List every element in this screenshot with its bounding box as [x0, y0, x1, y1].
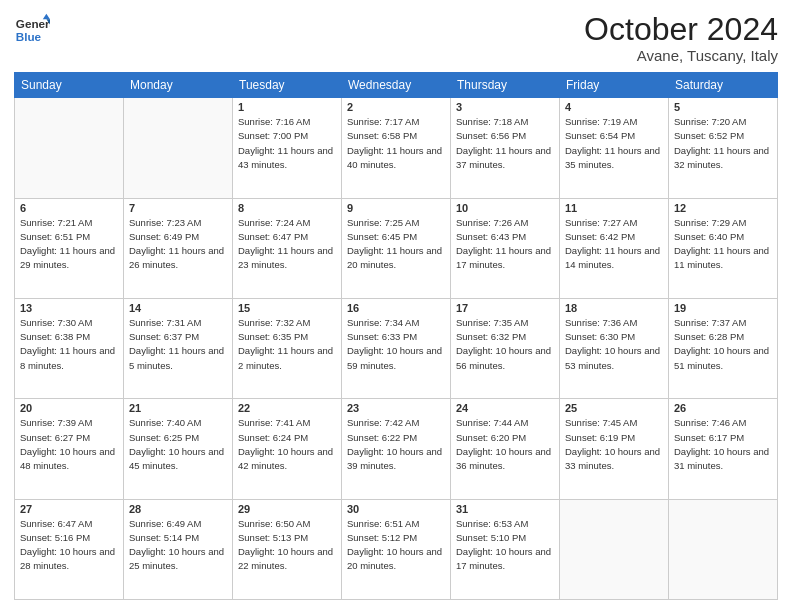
day-info: Sunrise: 7:30 AMSunset: 6:38 PMDaylight:…: [20, 316, 118, 373]
day-info: Sunrise: 7:16 AMSunset: 7:00 PMDaylight:…: [238, 115, 336, 172]
header-thursday: Thursday: [451, 73, 560, 98]
header: General Blue October 2024 Avane, Tuscany…: [14, 12, 778, 64]
svg-text:Blue: Blue: [16, 30, 42, 43]
calendar-cell: 27Sunrise: 6:47 AMSunset: 5:16 PMDayligh…: [15, 499, 124, 599]
calendar-cell: [669, 499, 778, 599]
day-info: Sunrise: 7:42 AMSunset: 6:22 PMDaylight:…: [347, 416, 445, 473]
day-number: 26: [674, 402, 772, 414]
weekday-header-row: Sunday Monday Tuesday Wednesday Thursday…: [15, 73, 778, 98]
day-info: Sunrise: 7:34 AMSunset: 6:33 PMDaylight:…: [347, 316, 445, 373]
day-number: 16: [347, 302, 445, 314]
day-info: Sunrise: 7:46 AMSunset: 6:17 PMDaylight:…: [674, 416, 772, 473]
calendar-cell: 30Sunrise: 6:51 AMSunset: 5:12 PMDayligh…: [342, 499, 451, 599]
day-info: Sunrise: 7:23 AMSunset: 6:49 PMDaylight:…: [129, 216, 227, 273]
day-info: Sunrise: 7:36 AMSunset: 6:30 PMDaylight:…: [565, 316, 663, 373]
calendar-cell: 5Sunrise: 7:20 AMSunset: 6:52 PMDaylight…: [669, 98, 778, 198]
calendar-cell: 9Sunrise: 7:25 AMSunset: 6:45 PMDaylight…: [342, 198, 451, 298]
day-number: 21: [129, 402, 227, 414]
day-info: Sunrise: 7:17 AMSunset: 6:58 PMDaylight:…: [347, 115, 445, 172]
day-number: 18: [565, 302, 663, 314]
calendar-cell: [560, 499, 669, 599]
day-info: Sunrise: 7:44 AMSunset: 6:20 PMDaylight:…: [456, 416, 554, 473]
day-info: Sunrise: 7:37 AMSunset: 6:28 PMDaylight:…: [674, 316, 772, 373]
calendar-cell: 26Sunrise: 7:46 AMSunset: 6:17 PMDayligh…: [669, 399, 778, 499]
day-info: Sunrise: 7:41 AMSunset: 6:24 PMDaylight:…: [238, 416, 336, 473]
day-info: Sunrise: 7:31 AMSunset: 6:37 PMDaylight:…: [129, 316, 227, 373]
week-row-4: 20Sunrise: 7:39 AMSunset: 6:27 PMDayligh…: [15, 399, 778, 499]
day-number: 31: [456, 503, 554, 515]
day-number: 15: [238, 302, 336, 314]
day-info: Sunrise: 7:24 AMSunset: 6:47 PMDaylight:…: [238, 216, 336, 273]
header-monday: Monday: [124, 73, 233, 98]
day-number: 25: [565, 402, 663, 414]
page: General Blue October 2024 Avane, Tuscany…: [0, 0, 792, 612]
calendar-cell: 14Sunrise: 7:31 AMSunset: 6:37 PMDayligh…: [124, 298, 233, 398]
day-number: 3: [456, 101, 554, 113]
day-number: 5: [674, 101, 772, 113]
day-number: 6: [20, 202, 118, 214]
day-info: Sunrise: 7:20 AMSunset: 6:52 PMDaylight:…: [674, 115, 772, 172]
week-row-3: 13Sunrise: 7:30 AMSunset: 6:38 PMDayligh…: [15, 298, 778, 398]
day-number: 12: [674, 202, 772, 214]
day-number: 20: [20, 402, 118, 414]
day-number: 11: [565, 202, 663, 214]
day-info: Sunrise: 7:29 AMSunset: 6:40 PMDaylight:…: [674, 216, 772, 273]
day-info: Sunrise: 6:49 AMSunset: 5:14 PMDaylight:…: [129, 517, 227, 574]
week-row-5: 27Sunrise: 6:47 AMSunset: 5:16 PMDayligh…: [15, 499, 778, 599]
day-number: 29: [238, 503, 336, 515]
calendar-cell: [124, 98, 233, 198]
day-number: 9: [347, 202, 445, 214]
day-info: Sunrise: 7:45 AMSunset: 6:19 PMDaylight:…: [565, 416, 663, 473]
day-info: Sunrise: 6:51 AMSunset: 5:12 PMDaylight:…: [347, 517, 445, 574]
header-tuesday: Tuesday: [233, 73, 342, 98]
calendar-cell: 29Sunrise: 6:50 AMSunset: 5:13 PMDayligh…: [233, 499, 342, 599]
day-info: Sunrise: 7:32 AMSunset: 6:35 PMDaylight:…: [238, 316, 336, 373]
day-number: 1: [238, 101, 336, 113]
calendar-cell: 18Sunrise: 7:36 AMSunset: 6:30 PMDayligh…: [560, 298, 669, 398]
day-info: Sunrise: 7:35 AMSunset: 6:32 PMDaylight:…: [456, 316, 554, 373]
calendar-cell: 17Sunrise: 7:35 AMSunset: 6:32 PMDayligh…: [451, 298, 560, 398]
day-info: Sunrise: 7:25 AMSunset: 6:45 PMDaylight:…: [347, 216, 445, 273]
logo-icon: General Blue: [14, 12, 50, 48]
day-number: 17: [456, 302, 554, 314]
calendar-cell: 31Sunrise: 6:53 AMSunset: 5:10 PMDayligh…: [451, 499, 560, 599]
day-number: 19: [674, 302, 772, 314]
calendar-cell: 10Sunrise: 7:26 AMSunset: 6:43 PMDayligh…: [451, 198, 560, 298]
day-number: 24: [456, 402, 554, 414]
month-title: October 2024: [584, 12, 778, 47]
title-area: October 2024 Avane, Tuscany, Italy: [584, 12, 778, 64]
calendar-cell: 25Sunrise: 7:45 AMSunset: 6:19 PMDayligh…: [560, 399, 669, 499]
day-info: Sunrise: 7:21 AMSunset: 6:51 PMDaylight:…: [20, 216, 118, 273]
day-number: 22: [238, 402, 336, 414]
day-info: Sunrise: 7:18 AMSunset: 6:56 PMDaylight:…: [456, 115, 554, 172]
calendar-cell: 16Sunrise: 7:34 AMSunset: 6:33 PMDayligh…: [342, 298, 451, 398]
calendar-cell: 28Sunrise: 6:49 AMSunset: 5:14 PMDayligh…: [124, 499, 233, 599]
day-number: 23: [347, 402, 445, 414]
calendar-cell: 6Sunrise: 7:21 AMSunset: 6:51 PMDaylight…: [15, 198, 124, 298]
calendar-cell: 20Sunrise: 7:39 AMSunset: 6:27 PMDayligh…: [15, 399, 124, 499]
day-number: 2: [347, 101, 445, 113]
day-number: 30: [347, 503, 445, 515]
calendar-cell: 21Sunrise: 7:40 AMSunset: 6:25 PMDayligh…: [124, 399, 233, 499]
day-info: Sunrise: 7:27 AMSunset: 6:42 PMDaylight:…: [565, 216, 663, 273]
day-info: Sunrise: 6:50 AMSunset: 5:13 PMDaylight:…: [238, 517, 336, 574]
location: Avane, Tuscany, Italy: [584, 47, 778, 64]
calendar-cell: 7Sunrise: 7:23 AMSunset: 6:49 PMDaylight…: [124, 198, 233, 298]
calendar-cell: 23Sunrise: 7:42 AMSunset: 6:22 PMDayligh…: [342, 399, 451, 499]
calendar-cell: 15Sunrise: 7:32 AMSunset: 6:35 PMDayligh…: [233, 298, 342, 398]
day-number: 8: [238, 202, 336, 214]
header-saturday: Saturday: [669, 73, 778, 98]
calendar-cell: 4Sunrise: 7:19 AMSunset: 6:54 PMDaylight…: [560, 98, 669, 198]
calendar-cell: 2Sunrise: 7:17 AMSunset: 6:58 PMDaylight…: [342, 98, 451, 198]
week-row-1: 1Sunrise: 7:16 AMSunset: 7:00 PMDaylight…: [15, 98, 778, 198]
header-sunday: Sunday: [15, 73, 124, 98]
calendar-table: Sunday Monday Tuesday Wednesday Thursday…: [14, 72, 778, 600]
day-number: 27: [20, 503, 118, 515]
calendar-cell: 13Sunrise: 7:30 AMSunset: 6:38 PMDayligh…: [15, 298, 124, 398]
day-info: Sunrise: 7:26 AMSunset: 6:43 PMDaylight:…: [456, 216, 554, 273]
day-number: 4: [565, 101, 663, 113]
calendar-cell: 8Sunrise: 7:24 AMSunset: 6:47 PMDaylight…: [233, 198, 342, 298]
header-wednesday: Wednesday: [342, 73, 451, 98]
day-number: 7: [129, 202, 227, 214]
week-row-2: 6Sunrise: 7:21 AMSunset: 6:51 PMDaylight…: [15, 198, 778, 298]
